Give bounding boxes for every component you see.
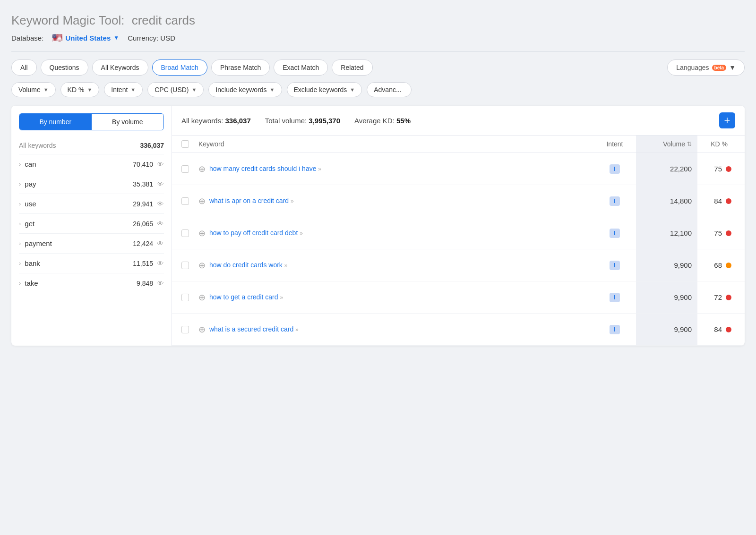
- volume-filter[interactable]: Volume ▼: [11, 82, 56, 97]
- row-intent-4: I: [593, 261, 636, 270]
- list-item: › pay 35,381 👁: [19, 174, 164, 194]
- col-header-volume[interactable]: Volume ⇅: [636, 136, 697, 153]
- exclude-keywords-filter[interactable]: Exclude keywords ▼: [287, 82, 362, 97]
- table-row: ⊕ how do credit cards work » I 9,900 68: [172, 249, 745, 281]
- add-keyword-icon[interactable]: ⊕: [198, 228, 206, 238]
- eye-icon[interactable]: 👁: [157, 200, 164, 208]
- chevron-right-icon[interactable]: ›: [19, 280, 21, 287]
- header: Keyword Magic Tool: credit cards Databas…: [11, 13, 745, 43]
- add-button[interactable]: +: [719, 112, 735, 128]
- cpc-filter[interactable]: CPC (USD) ▼: [147, 82, 204, 97]
- tab-phrase-match[interactable]: Phrase Match: [211, 59, 270, 76]
- toggle-by-volume[interactable]: By volume: [92, 114, 164, 130]
- list-item: › payment 12,424 👁: [19, 233, 164, 253]
- page-title: Keyword Magic Tool: credit cards: [11, 13, 745, 28]
- row-volume-1: 22,200: [636, 153, 697, 185]
- row-keyword-4: ⊕ how do credit cards work »: [198, 260, 593, 271]
- intent-badge: I: [610, 196, 619, 206]
- tab-related[interactable]: Related: [332, 59, 372, 76]
- beta-badge: beta: [712, 65, 727, 71]
- chevron-down-icon: ▼: [130, 87, 136, 93]
- sidebar-header: All keywords 336,037: [19, 137, 164, 154]
- chevron-right-icon[interactable]: ›: [19, 180, 21, 187]
- intent-badge: I: [610, 229, 619, 238]
- kd-dot: [726, 166, 731, 172]
- intent-filter[interactable]: Intent ▼: [104, 82, 143, 97]
- row-kd-3: 75: [697, 229, 735, 237]
- tab-questions[interactable]: Questions: [41, 59, 88, 76]
- eye-icon[interactable]: 👁: [157, 180, 164, 188]
- advanced-filter[interactable]: Advanc...: [367, 82, 411, 97]
- tab-all[interactable]: All: [11, 59, 37, 76]
- list-item: › bank 11,515 👁: [19, 253, 164, 273]
- chevron-right-icon[interactable]: ›: [19, 200, 21, 207]
- chevron-right-icon[interactable]: ›: [19, 240, 21, 247]
- row-volume-2: 14,800: [636, 185, 697, 217]
- eye-icon[interactable]: 👁: [157, 160, 164, 168]
- row-kd-4: 68: [697, 261, 735, 269]
- chevron-right-icon[interactable]: ›: [19, 161, 21, 168]
- row-checkbox-3[interactable]: [181, 229, 198, 237]
- intent-badge: I: [610, 261, 619, 270]
- add-keyword-icon[interactable]: ⊕: [198, 260, 206, 271]
- add-keyword-icon[interactable]: ⊕: [198, 196, 206, 206]
- table-row: ⊕ what is a secured credit card » I 9,90…: [172, 314, 745, 346]
- sidebar-list: All keywords 336,037 › can 70,410 👁 › pa…: [11, 137, 172, 293]
- sidebar-toggle: By number By volume: [19, 113, 164, 130]
- add-keyword-icon[interactable]: ⊕: [198, 292, 206, 303]
- all-keywords-count: 336,037: [225, 117, 251, 125]
- database-name: United States: [65, 34, 111, 42]
- filter-row: Volume ▼ KD % ▼ Intent ▼ CPC (USD) ▼ Inc…: [11, 82, 745, 97]
- chevron-down-icon: ▼: [350, 87, 355, 93]
- stats-all-keywords: All keywords: 336,037: [181, 117, 251, 125]
- kd-filter[interactable]: KD % ▼: [60, 82, 100, 97]
- add-keyword-icon[interactable]: ⊕: [198, 164, 206, 174]
- row-checkbox-6[interactable]: [181, 326, 198, 333]
- avg-kd-value: 55%: [396, 117, 411, 125]
- flag-icon: 🇺🇸: [52, 33, 62, 43]
- add-keyword-icon[interactable]: ⊕: [198, 324, 206, 335]
- eye-icon[interactable]: 👁: [157, 259, 164, 267]
- intent-badge: I: [610, 164, 619, 174]
- intent-badge: I: [610, 325, 619, 334]
- tab-languages[interactable]: Languages beta ▼: [667, 59, 745, 76]
- include-keywords-filter[interactable]: Include keywords ▼: [208, 82, 282, 97]
- row-checkbox-1[interactable]: [181, 165, 198, 173]
- kd-dot: [726, 327, 731, 332]
- eye-icon[interactable]: 👁: [157, 239, 164, 247]
- row-intent-5: I: [593, 293, 636, 302]
- select-all-checkbox[interactable]: [181, 140, 189, 148]
- row-checkbox-2[interactable]: [181, 197, 198, 205]
- eye-icon[interactable]: 👁: [157, 220, 164, 228]
- tab-broad-match[interactable]: Broad Match: [152, 59, 207, 76]
- toggle-by-number[interactable]: By number: [19, 114, 92, 130]
- row-checkbox-5[interactable]: [181, 294, 198, 301]
- tab-exact-match[interactable]: Exact Match: [274, 59, 328, 76]
- table-column-headers: Keyword Intent Volume ⇅ KD %: [172, 136, 745, 153]
- chevron-right-icon[interactable]: ›: [19, 220, 21, 227]
- row-volume-6: 9,900: [636, 314, 697, 345]
- total-volume-count: 3,995,370: [309, 117, 340, 125]
- row-kd-6: 84: [697, 325, 735, 333]
- kd-dot: [726, 295, 731, 300]
- title-prefix: Keyword Magic Tool:: [11, 13, 124, 27]
- eye-icon[interactable]: 👁: [157, 279, 164, 287]
- row-keyword-5: ⊕ how to get a credit card »: [198, 292, 593, 303]
- database-selector[interactable]: 🇺🇸 United States ▼: [52, 33, 119, 43]
- table-row: ⊕ how to get a credit card » I 9,900 72: [172, 281, 745, 314]
- list-item: › use 29,941 👁: [19, 194, 164, 213]
- currency-label: Currency: USD: [128, 34, 175, 42]
- database-row: Database: 🇺🇸 United States ▼ Currency: U…: [11, 33, 745, 43]
- list-item: › get 26,065 👁: [19, 213, 164, 233]
- row-checkbox-4[interactable]: [181, 262, 198, 269]
- divider: [11, 51, 745, 52]
- header-check[interactable]: [181, 140, 198, 148]
- stats-total-volume: Total volume: 3,995,370: [265, 117, 340, 125]
- row-intent-3: I: [593, 229, 636, 238]
- row-keyword-1: ⊕ how many credit cards should i have »: [198, 164, 593, 174]
- chevron-down-icon: ▼: [192, 87, 197, 93]
- tab-all-keywords[interactable]: All Keywords: [92, 59, 148, 76]
- chevron-right-icon[interactable]: ›: [19, 260, 21, 267]
- kd-dot: [726, 230, 731, 236]
- sort-icon[interactable]: ⇅: [687, 141, 692, 147]
